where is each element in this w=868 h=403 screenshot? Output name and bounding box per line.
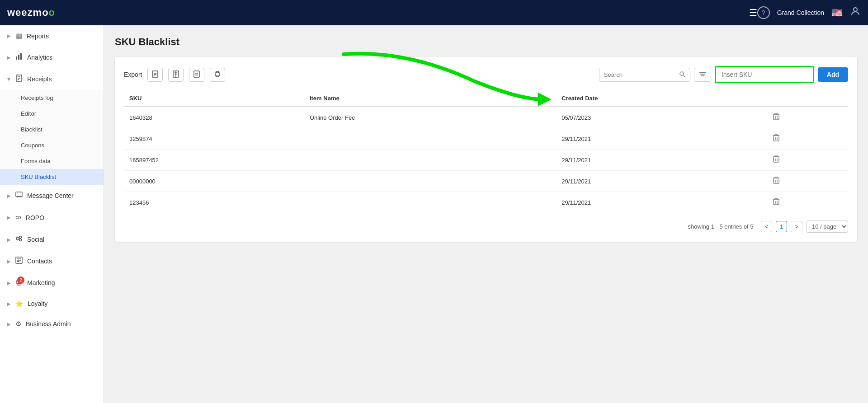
avatar-icon[interactable] xyxy=(850,6,861,19)
sidebar-item-label: Loyalty xyxy=(28,300,47,307)
sidebar-subitem-blacklist[interactable]: Blacklist xyxy=(0,122,104,137)
cell-created-date: 29/11/2021 xyxy=(556,150,767,171)
marketing-badge: 2 xyxy=(17,276,24,284)
delete-button[interactable] xyxy=(773,112,780,122)
sidebar-item-label: Marketing xyxy=(27,279,55,286)
delete-button[interactable] xyxy=(773,134,780,144)
export-print-button[interactable] xyxy=(210,68,225,82)
toolbar: Export xyxy=(124,66,848,83)
social-icon xyxy=(15,235,23,244)
sku-blacklist-table: SKU Item Name Created Date 1640328 Onlin… xyxy=(124,90,848,213)
svg-rect-8 xyxy=(16,192,22,197)
insert-sku-input[interactable] xyxy=(715,66,814,83)
svg-rect-3 xyxy=(20,53,22,60)
col-header-actions xyxy=(767,90,848,107)
marketing-icon: 2 xyxy=(15,278,23,287)
sidebar-subitem-editor[interactable]: Editor xyxy=(0,106,104,122)
sidebar-item-label: ROPO xyxy=(26,214,44,221)
main-content: SKU Blacklist Export xyxy=(104,25,868,403)
export-csv-button[interactable] xyxy=(189,68,204,82)
cell-created-date: 29/11/2021 xyxy=(556,171,767,192)
svg-rect-34 xyxy=(774,114,779,120)
export-excel-button[interactable] xyxy=(168,68,184,82)
svg-rect-1 xyxy=(16,56,17,60)
sidebar-item-message-center[interactable]: ▶ Message Center xyxy=(0,185,104,206)
sidebar-item-label: Business Admin xyxy=(26,320,71,328)
svg-point-11 xyxy=(19,239,22,241)
add-button[interactable]: Add xyxy=(818,67,848,82)
delete-button[interactable] xyxy=(773,197,780,207)
sidebar-item-label: Reports xyxy=(27,33,49,40)
reports-icon: ▦ xyxy=(15,32,22,40)
svg-point-29 xyxy=(680,72,684,75)
cell-sku: 123456 xyxy=(124,192,304,213)
table-row: 165897452 29/11/2021 xyxy=(124,150,848,171)
cell-item-name xyxy=(304,192,556,213)
flag-icon: 🇺🇸 xyxy=(831,7,843,18)
sidebar-item-label: Message Center xyxy=(27,192,74,199)
table-row: 3259874 29/11/2021 xyxy=(124,128,848,150)
sidebar-subitem-coupons[interactable]: Coupons xyxy=(0,137,104,153)
cell-sku: 3259874 xyxy=(124,128,304,150)
svg-line-30 xyxy=(683,75,685,77)
col-header-sku: SKU xyxy=(124,90,304,107)
page-title: SKU Blacklist xyxy=(115,36,857,48)
export-pdf-button[interactable] xyxy=(147,68,163,82)
cell-item-name: Online Order Fee xyxy=(304,107,556,128)
chevron-down-icon: ▶ xyxy=(7,77,12,81)
sidebar-item-ropo[interactable]: ▶ ∞ ROPO xyxy=(0,206,104,229)
chevron-right-icon: ▶ xyxy=(7,237,11,242)
company-name: Grand Collection xyxy=(777,9,824,16)
cell-sku: 165897452 xyxy=(124,150,304,171)
search-input[interactable] xyxy=(604,71,676,78)
pagination-prev-button[interactable]: < xyxy=(761,221,773,232)
table-body: 1640328 Online Order Fee 05/07/2023 3259… xyxy=(124,107,848,213)
search-icon xyxy=(679,71,685,79)
cell-actions xyxy=(767,171,848,192)
pagination-info: showing 1 - 5 entries of 5 xyxy=(688,223,753,230)
per-page-select[interactable]: 10 / page 25 / page 50 / page xyxy=(806,220,848,233)
cell-item-name xyxy=(304,128,556,150)
chevron-right-icon: ▶ xyxy=(7,301,11,306)
pagination-page-1[interactable]: 1 xyxy=(776,221,787,232)
svg-point-10 xyxy=(19,236,22,239)
sidebar-subitem-sku-blacklist[interactable]: SKU Blacklist xyxy=(0,169,104,185)
svg-rect-25 xyxy=(194,71,199,77)
cell-item-name xyxy=(304,150,556,171)
search-box xyxy=(599,68,690,82)
chevron-right-icon: ▶ xyxy=(7,193,11,198)
sidebar-item-contacts[interactable]: ▶ Contacts xyxy=(0,250,104,272)
receipts-subitems: Receipts log Editor Blacklist Coupons Fo… xyxy=(0,90,104,185)
message-center-icon xyxy=(15,191,23,200)
help-icon[interactable]: ? xyxy=(757,6,770,19)
pagination-next-button[interactable]: > xyxy=(791,221,802,232)
sidebar-subitem-receipts-log[interactable]: Receipts log xyxy=(0,90,104,106)
top-nav: weezmoo ☰ ? Grand Collection 🇺🇸 xyxy=(0,0,868,25)
sidebar-subitem-forms-data[interactable]: Forms data xyxy=(0,153,104,169)
hamburger-button[interactable]: ☰ xyxy=(749,7,757,18)
delete-button[interactable] xyxy=(773,155,780,165)
toolbar-right: Add xyxy=(599,66,848,83)
receipts-icon xyxy=(15,75,23,84)
cell-actions xyxy=(767,128,848,150)
table-row: 1640328 Online Order Fee 05/07/2023 xyxy=(124,107,848,128)
analytics-icon xyxy=(15,53,23,62)
cell-created-date: 29/11/2021 xyxy=(556,192,767,213)
sidebar-item-social[interactable]: ▶ Social xyxy=(0,229,104,250)
table-row: 00000000 29/11/2021 xyxy=(124,171,848,192)
sidebar: ▶ ▦ Reports ▶ Analytics ▶ Receipts Recei… xyxy=(0,25,104,403)
sidebar-item-label: Contacts xyxy=(27,258,52,265)
sidebar-item-analytics[interactable]: ▶ Analytics xyxy=(0,47,104,68)
sidebar-item-loyalty[interactable]: ▶ ⭐ Loyalty xyxy=(0,294,104,314)
chevron-right-icon: ▶ xyxy=(7,259,11,264)
sidebar-item-marketing[interactable]: ▶ 2 Marketing xyxy=(0,272,104,294)
chevron-right-icon: ▶ xyxy=(7,322,11,327)
sidebar-item-business-admin[interactable]: ▶ ⚙ Business Admin xyxy=(0,314,104,334)
sidebar-item-reports[interactable]: ▶ ▦ Reports xyxy=(0,25,104,47)
delete-button[interactable] xyxy=(773,176,780,186)
filter-button[interactable] xyxy=(694,68,711,82)
svg-point-0 xyxy=(854,8,857,11)
svg-rect-37 xyxy=(774,136,779,141)
sidebar-item-receipts[interactable]: ▶ Receipts xyxy=(0,68,104,90)
loyalty-icon: ⭐ xyxy=(15,300,23,307)
